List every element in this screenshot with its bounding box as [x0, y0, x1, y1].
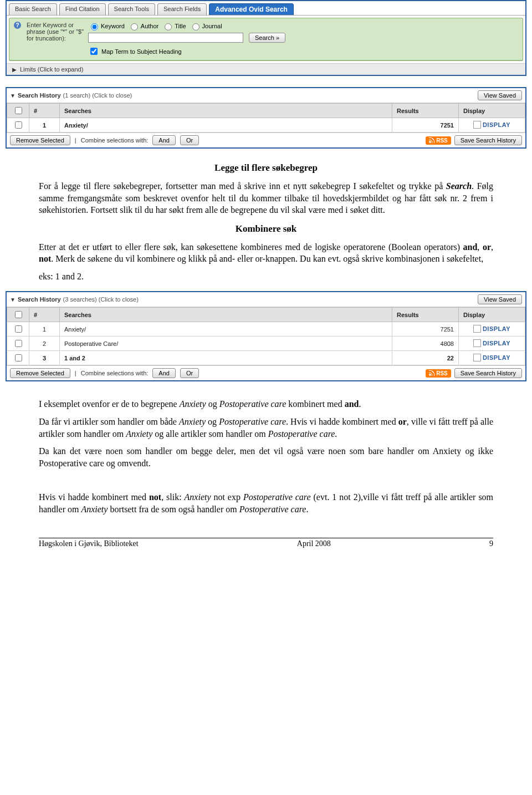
history-table: # Searches Results Display 1 Anxiety/ 72… [7, 103, 525, 132]
row-search: 1 and 2 [60, 351, 392, 365]
display-link[interactable]: DISPLAY [473, 339, 510, 347]
para-3: I eksemplet ovenfor er de to begrepene A… [39, 398, 493, 410]
history-row: 2 Postoperative Care/ 4808 DISPLAY [7, 337, 525, 351]
combine-or-button[interactable]: Or [180, 135, 199, 145]
tab-row: Basic Search Find Citation Search Tools … [7, 1, 525, 16]
row-results: 7251 [392, 322, 459, 337]
remove-selected-button[interactable]: Remove Selected [10, 135, 70, 145]
body-text-1: Legge til flere søkebegrep For å legge t… [6, 149, 526, 282]
search-history-panel-2: ▼ Search History (3 searches) (Click to … [6, 291, 526, 381]
triangle-right-icon: ▶ [12, 67, 17, 73]
footer-page-number: 9 [489, 539, 493, 548]
row-num: 3 [29, 351, 60, 365]
search-panel: Basic Search Find Citation Search Tools … [6, 0, 526, 76]
combine-label: Combine selections with: [81, 370, 149, 376]
save-history-button[interactable]: Save Search History [454, 368, 522, 378]
para-2b: eks: 1 and 2. [39, 271, 493, 283]
display-link[interactable]: DISPLAY [473, 325, 510, 333]
tab-find-citation[interactable]: Find Citation [59, 3, 106, 15]
search-type-radios: Keyword Author Title Journal [88, 22, 518, 30]
para-6: Hvis vi hadde kombinert med not, slik: A… [39, 491, 493, 515]
display-link[interactable]: DISPLAY [473, 121, 510, 129]
col-searches: Searches [60, 104, 392, 118]
page-footer: Høgskolen i Gjøvik, Biblioteket April 20… [39, 538, 493, 548]
row-search: Postoperative Care/ [60, 337, 392, 351]
history-table-2: # Searches Results Display 1 Anxiety/ 72… [7, 307, 525, 365]
search-history-panel-1: ▼ Search History (1 search) (Click to cl… [6, 87, 526, 149]
view-saved-button[interactable]: View Saved [478, 90, 522, 100]
rss-badge[interactable]: RSS [426, 369, 451, 378]
row-search: Anxiety/ [60, 322, 392, 337]
save-history-button[interactable]: Save Search History [454, 135, 522, 145]
limits-label: Limits (Click to expand) [20, 66, 83, 73]
display-link[interactable]: DISPLAY [473, 354, 510, 361]
history-title: Search History [18, 296, 61, 303]
col-display: Display [459, 308, 525, 322]
row-checkbox[interactable] [15, 340, 22, 347]
search-button[interactable]: Search » [249, 33, 285, 43]
triangle-down-icon[interactable]: ▼ [10, 93, 16, 99]
view-saved-button[interactable]: View Saved [478, 294, 522, 304]
rss-badge[interactable]: RSS [426, 136, 451, 145]
row-results: 7251 [392, 118, 459, 132]
heading-kombinere: Kombinere søk [39, 223, 493, 236]
tab-advanced-ovid-search[interactable]: Advanced Ovid Search [209, 3, 294, 15]
row-results: 4808 [392, 337, 459, 351]
footer-center: April 2008 [297, 539, 331, 548]
row-checkbox[interactable] [15, 354, 22, 361]
radio-journal[interactable] [192, 23, 200, 30]
col-results: Results [392, 308, 459, 322]
select-all-checkbox[interactable] [15, 311, 22, 318]
history-row: 1 Anxiety/ 7251 DISPLAY [7, 322, 525, 337]
combine-and-button[interactable]: And [152, 368, 176, 378]
row-checkbox[interactable] [15, 325, 22, 333]
col-number: # [29, 308, 60, 322]
history-row: 3 1 and 2 22 DISPLAY [7, 351, 525, 365]
footer-left: Høgskolen i Gjøvik, Biblioteket [39, 539, 139, 548]
history-subtitle: (3 searches) (Click to close) [63, 296, 139, 303]
col-results: Results [392, 104, 459, 118]
radio-keyword[interactable] [91, 23, 98, 30]
map-term-checkbox[interactable] [90, 48, 98, 55]
para-1: For å legge til flere søkebegreper, fort… [39, 180, 493, 216]
col-searches: Searches [60, 308, 392, 322]
row-results: 22 [392, 351, 459, 365]
row-search: Anxiety/ [60, 118, 392, 132]
radio-title[interactable] [165, 23, 172, 30]
history-subtitle: (1 search) (Click to close) [63, 92, 132, 99]
row-num: 1 [29, 322, 60, 337]
body-text-2: I eksemplet ovenfor er de to begrepene A… [6, 381, 526, 515]
tab-search-tools[interactable]: Search Tools [108, 3, 155, 15]
combine-and-button[interactable]: And [152, 135, 176, 145]
row-checkbox[interactable] [15, 121, 22, 129]
combine-or-button[interactable]: Or [180, 368, 199, 378]
limits-expander[interactable]: ▶ Limits (Click to expand) [7, 63, 525, 75]
para-5: Da kan det være noen som handler om begg… [39, 445, 493, 469]
col-number: # [29, 104, 60, 118]
history-title: Search History [18, 92, 61, 99]
radio-journal-label: Journal [202, 23, 222, 29]
help-icon[interactable]: ? [14, 22, 21, 29]
keyword-prompt: Enter Keyword or phrase (use "*" or "$" … [27, 22, 85, 42]
col-checkbox [7, 104, 29, 118]
radio-author[interactable] [131, 23, 138, 30]
row-num: 1 [29, 118, 60, 132]
combine-label: Combine selections with: [81, 137, 149, 144]
radio-author-label: Author [141, 23, 158, 29]
row-num: 2 [29, 337, 60, 351]
para-2: Etter at det er utført to eller flere sø… [39, 241, 493, 265]
heading-legge-til: Legge til flere søkebegrep [39, 162, 493, 175]
history-row: 1 Anxiety/ 7251 DISPLAY [7, 118, 525, 132]
tab-search-fields[interactable]: Search Fields [157, 3, 207, 15]
select-all-checkbox[interactable] [15, 107, 22, 114]
col-display: Display [459, 104, 525, 118]
search-form-box: ? Enter Keyword or phrase (use "*" or "$… [9, 18, 523, 61]
map-term-label: Map Term to Subject Heading [101, 48, 182, 55]
remove-selected-button[interactable]: Remove Selected [10, 368, 70, 378]
radio-keyword-label: Keyword [101, 23, 125, 29]
para-4: Da får vi artikler som handler om både A… [39, 416, 493, 440]
radio-title-label: Title [175, 23, 186, 29]
triangle-down-icon[interactable]: ▼ [10, 297, 16, 303]
tab-basic-search[interactable]: Basic Search [9, 3, 57, 15]
search-input[interactable] [88, 33, 243, 43]
